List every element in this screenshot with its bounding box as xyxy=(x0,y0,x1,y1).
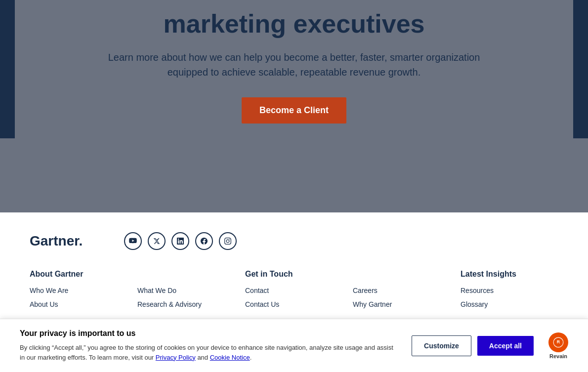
cookie-buttons: Customize Accept all xyxy=(412,335,534,356)
footer-careers-header xyxy=(353,270,451,279)
cookie-and-text: and xyxy=(197,354,208,361)
footer-link-about-us[interactable]: About Us xyxy=(30,300,127,308)
privacy-policy-link[interactable]: Privacy Policy xyxy=(156,354,196,361)
footer-link-resources[interactable]: Resources xyxy=(461,287,558,294)
spacer-section xyxy=(0,153,588,212)
hero-subtitle: Learn more about how we can help you bec… xyxy=(91,50,497,80)
footer-link-contact[interactable]: Contact xyxy=(245,287,343,294)
footer-col-about: About Gartner Who We Are About Us xyxy=(30,270,127,314)
side-decoration-left xyxy=(0,0,15,138)
footer-insights-header: Latest Insights xyxy=(461,270,558,279)
instagram-icon[interactable] xyxy=(219,232,237,250)
footer-link-contact-us[interactable]: Contact Us xyxy=(245,300,343,308)
become-client-button[interactable]: Become a Client xyxy=(242,97,346,124)
footer-about-header: About Gartner xyxy=(30,270,127,279)
footer: Gartner. About Gartner Who We Are About … xyxy=(0,212,588,334)
customize-button[interactable]: Customize xyxy=(412,335,471,356)
footer-col-careers: Careers Why Gartner xyxy=(353,270,451,314)
footer-link-who-we-are[interactable]: Who We Are xyxy=(30,287,127,294)
side-decoration-right xyxy=(573,0,588,138)
facebook-icon[interactable] xyxy=(195,232,213,250)
youtube-icon[interactable] xyxy=(124,232,142,250)
footer-what-header xyxy=(137,270,235,279)
cookie-period: . xyxy=(250,354,252,361)
twitter-icon[interactable] xyxy=(148,232,166,250)
footer-link-what-we-do[interactable]: What We Do xyxy=(137,287,235,294)
revain-icon: R xyxy=(548,332,568,352)
linkedin-icon[interactable] xyxy=(171,232,189,250)
footer-link-why-gartner[interactable]: Why Gartner xyxy=(353,300,451,308)
cookie-notice-link[interactable]: Cookie Notice xyxy=(210,354,250,361)
cookie-body: By clicking “Accept all,” you agree to t… xyxy=(20,343,397,362)
footer-link-research[interactable]: Research & Advisory xyxy=(137,300,235,308)
footer-col-touch: Get in Touch Contact Contact Us xyxy=(245,270,343,314)
footer-nav: About Gartner Who We Are About Us What W… xyxy=(30,270,558,314)
footer-col-what: What We Do Research & Advisory xyxy=(137,270,235,314)
svg-text:R: R xyxy=(557,339,560,344)
footer-link-glossary[interactable]: Glossary xyxy=(461,300,558,308)
cookie-title: Your privacy is important to us xyxy=(20,329,397,338)
footer-top: Gartner. xyxy=(30,232,558,250)
footer-link-careers[interactable]: Careers xyxy=(353,287,451,294)
gartner-logo: Gartner. xyxy=(30,233,83,249)
cookie-banner: Your privacy is important to us By click… xyxy=(0,319,588,372)
cookie-text-section: Your privacy is important to us By click… xyxy=(20,329,397,362)
social-icons-group xyxy=(124,232,237,250)
footer-touch-header: Get in Touch xyxy=(245,270,343,279)
hero-title: marketing executives xyxy=(49,10,539,38)
revain-label: Revain xyxy=(549,353,567,359)
revain-badge: R Revain xyxy=(548,332,568,359)
accept-all-button[interactable]: Accept all xyxy=(477,336,534,356)
footer-col-insights: Latest Insights Resources Glossary xyxy=(461,270,558,314)
